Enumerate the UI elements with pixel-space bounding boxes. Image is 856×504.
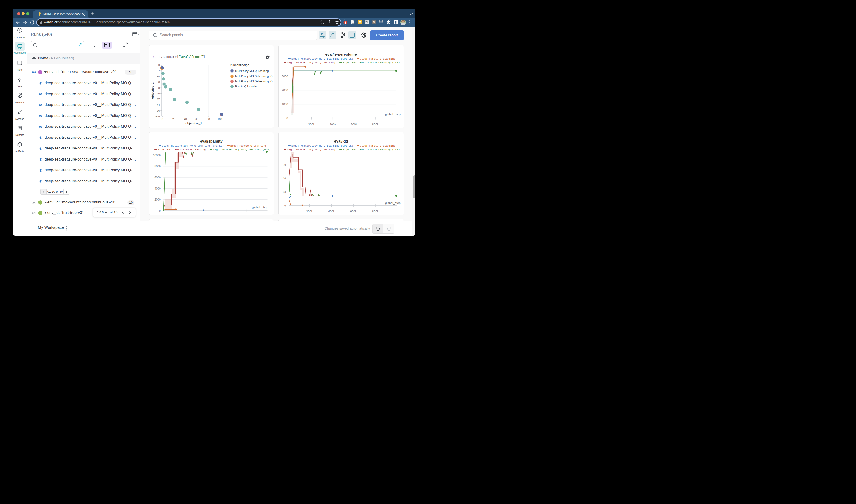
svg-text:8000: 8000 <box>155 165 161 168</box>
svg-text:−2: −2 <box>157 69 160 72</box>
svg-text:200k: 200k <box>306 210 313 213</box>
svg-text:0: 0 <box>286 117 288 120</box>
svg-text:2000: 2000 <box>282 89 288 92</box>
svg-text:800k: 800k <box>372 123 379 126</box>
svg-text:−14: −14 <box>155 103 160 106</box>
svg-text:60: 60 <box>283 163 286 166</box>
svg-text:400k: 400k <box>329 123 336 126</box>
svg-text:600k: 600k <box>350 210 357 213</box>
svg-text:1000: 1000 <box>282 103 288 106</box>
svg-text:600k: 600k <box>221 215 228 215</box>
svg-text:20: 20 <box>172 118 175 121</box>
svg-text:global_step: global_step <box>385 112 400 116</box>
svg-text:800k: 800k <box>243 215 250 215</box>
svg-text:600k: 600k <box>351 123 357 126</box>
svg-text:−12: −12 <box>155 98 160 101</box>
svg-text:200k: 200k <box>308 123 315 126</box>
svg-text:global_step: global_step <box>385 201 400 204</box>
svg-text:MultiPolicy MO Q-Learning: MultiPolicy MO Q-Learning <box>235 70 269 73</box>
svg-text:10000: 10000 <box>153 154 161 157</box>
svg-text:MultiPolicy MO Q-Learning (GPI: MultiPolicy MO Q-Learning (GPI-LS <box>235 75 274 78</box>
svg-text:80: 80 <box>207 118 210 121</box>
svg-text:global_step: global_step <box>252 205 267 209</box>
svg-text:objective_1: objective_1 <box>185 121 202 125</box>
svg-text:20: 20 <box>283 191 286 194</box>
svg-text:400k: 400k <box>328 210 335 213</box>
svg-text:6000: 6000 <box>155 176 161 179</box>
svg-text:0: 0 <box>159 209 161 212</box>
svg-text:4000: 4000 <box>155 187 161 190</box>
svg-text:−16: −16 <box>155 109 160 112</box>
svg-text:Pareto Q-Learning: Pareto Q-Learning <box>235 85 258 88</box>
svg-text:−18: −18 <box>155 115 160 118</box>
svg-text:objective_2: objective_2 <box>151 82 154 99</box>
svg-text:400k: 400k <box>201 215 208 215</box>
svg-text:−6: −6 <box>157 81 160 84</box>
svg-text:x: x <box>321 32 323 36</box>
svg-text:0: 0 <box>284 204 286 207</box>
svg-text:100: 100 <box>218 118 222 121</box>
svg-text:runconfigalgo: runconfigalgo <box>230 63 249 67</box>
svg-text:MultiPolicy MO Q-Learning (OLS: MultiPolicy MO Q-Learning (OLS) <box>235 80 274 83</box>
svg-text:0: 0 <box>158 64 160 66</box>
svg-text:2000: 2000 <box>155 198 161 201</box>
svg-text:40: 40 <box>184 118 187 121</box>
svg-text:−4: −4 <box>157 75 160 77</box>
svg-text:40: 40 <box>283 177 286 180</box>
svg-text:−10: −10 <box>155 92 160 95</box>
svg-text:800k: 800k <box>372 210 379 213</box>
svg-text:−8: −8 <box>157 86 160 89</box>
svg-text:200k: 200k <box>180 215 186 215</box>
svg-text:3000: 3000 <box>282 75 288 78</box>
svg-text:0: 0 <box>161 118 163 121</box>
svg-text:60: 60 <box>195 118 198 121</box>
